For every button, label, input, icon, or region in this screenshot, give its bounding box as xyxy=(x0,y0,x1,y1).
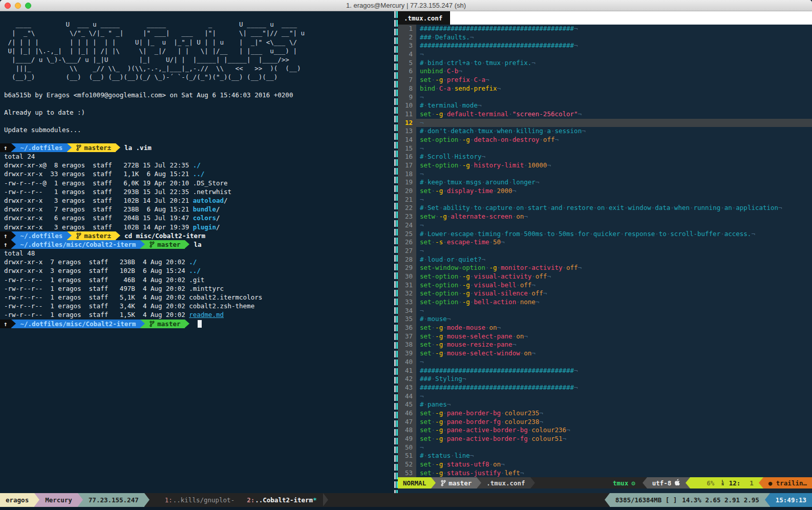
vim-line-content: set·-g·display-time·2000¬ xyxy=(416,187,812,196)
vim-line[interactable]: 35#·mouse¬ xyxy=(398,315,812,324)
close-window-button[interactable] xyxy=(5,3,11,9)
command-input[interactable]: la xyxy=(194,240,201,249)
tmux-window-active[interactable]: 2:..Cobalt2-iterm* xyxy=(241,493,323,507)
vim-line-content: #·don't·detach·tmux·when·killing·a·sessi… xyxy=(416,127,812,136)
vim-line[interactable]: 49set·-g·pane-active-border-fg·colour51¬ xyxy=(398,435,812,443)
vim-line[interactable]: 16#·Scroll·History¬ xyxy=(398,153,812,161)
terminal-line: drwxr-xr-x 7 eragos staff 238B 4 Aug 20:… xyxy=(0,258,394,266)
terminal-line: drwxr-xr-x 6 eragos staff 204B 15 Jul 19… xyxy=(0,214,394,222)
tmux-window-list: 1:..kills/gnuplot-2:..Cobalt2-iterm* xyxy=(159,493,328,507)
vim-line[interactable]: 37set·-g·mouse-select-pane·on¬ xyxy=(398,332,812,341)
vim-line-content: set·-g·pane-active-border-bg·colour236¬ xyxy=(416,426,812,435)
vim-line[interactable]: 11set·-g·default-terminal·"screen-256col… xyxy=(398,110,812,119)
terminal-line: drwxr-xr-x 3 eragos staff 102B 6 Aug 15:… xyxy=(0,266,394,275)
vim-line[interactable]: 52set·-g·status-utf8·on¬ xyxy=(398,460,812,469)
vim-line[interactable]: 48set·-g·pane-active-border-bg·colour236… xyxy=(398,426,812,435)
prompt-path-segment: ~/.dotfiles xyxy=(16,231,68,240)
vim-trailing-whitespace-warning: ● trailin… xyxy=(763,477,812,488)
vim-line[interactable]: 22#·Set·ability·to·capture·on·start·and·… xyxy=(398,204,812,213)
vim-line[interactable]: 24¬ xyxy=(398,221,812,230)
vim-line[interactable]: 23setw·-g·alternate-screen·on¬ xyxy=(398,213,812,221)
vim-line-content: #·Lower·escape·timing·from·500ms·to·50ms… xyxy=(416,230,812,239)
vim-line[interactable]: 15¬ xyxy=(398,144,812,153)
shell-prompt: ↑~/.dotfiles/misc/Cobalt2-itermmaster xyxy=(0,320,394,328)
vim-line[interactable]: 39set·-g·mouse-select-window·on¬ xyxy=(398,349,812,358)
vim-line[interactable]: 18¬ xyxy=(398,170,812,179)
vim-line[interactable]: 47set·-g·pane-border-fg·colour238¬ xyxy=(398,418,812,427)
vim-line[interactable]: 27¬ xyxy=(398,247,812,256)
vim-line[interactable]: 1#######################################… xyxy=(398,25,812,33)
vim-line[interactable]: 51#·status·line¬ xyxy=(398,452,812,460)
command-input[interactable]: la .vim xyxy=(124,143,152,152)
vim-line[interactable]: 41######################################… xyxy=(398,367,812,375)
terminal-line: b6a515b by Eragos <mfo1009@googlemail.co… xyxy=(0,91,394,99)
vim-line[interactable]: 53set·-g·status-justify·left¬ xyxy=(398,469,812,478)
vim-line[interactable]: 2###·Defaults.¬ xyxy=(398,33,812,42)
vim-line[interactable]: 6unbind·C-b¬ xyxy=(398,67,812,76)
vim-line[interactable]: 26set·-s·escape-time·50¬ xyxy=(398,238,812,247)
vim-line[interactable]: 29set-window-option·-g·monitor-activity·… xyxy=(398,264,812,272)
vim-line-content: set-option·-g·detach-on-destroy·off¬ xyxy=(416,136,812,144)
vim-line[interactable]: 20set·-g·display-time·2000¬ xyxy=(398,187,812,196)
vim-line[interactable]: 36set·-g·mode-mouse·on¬ xyxy=(398,324,812,332)
vim-line-number: 43 xyxy=(398,384,416,392)
vim-line-content: set·-g·mouse-select-window·on¬ xyxy=(416,349,812,358)
vim-line[interactable]: 7set·-g·prefix·C-a¬ xyxy=(398,76,812,84)
vim-line[interactable]: 40¬ xyxy=(398,358,812,367)
vim-line-number: 10 xyxy=(398,101,416,110)
vim-line-content: ###·Styling¬ xyxy=(416,375,812,384)
vim-line[interactable]: 8bind·C-a·send-prefix¬ xyxy=(398,84,812,93)
vim-tab-label: .tmux.conf xyxy=(404,14,442,22)
vim-line[interactable]: 31set-option·-g·visual-bell·off¬ xyxy=(398,281,812,290)
vim-line[interactable]: 10#·terminal·mode¬ xyxy=(398,101,812,110)
vim-line[interactable]: 38set·-g·mouse-resize-pane¬ xyxy=(398,341,812,349)
vim-line[interactable]: 3#######################################… xyxy=(398,41,812,50)
vim-line[interactable]: 44¬ xyxy=(398,392,812,401)
vim-line[interactable]: 5#·bind·ctrl+a·to·tmux·prefix.¬ xyxy=(398,59,812,68)
zoom-window-button[interactable] xyxy=(25,3,31,9)
vim-statusline: NORMAL master .tmux.conf tmux ⚙ utf-8 xyxy=(398,477,812,488)
vim-line[interactable]: 32set-option·-g·visual-silence·off¬ xyxy=(398,289,812,298)
vim-pane[interactable]: .tmux.conf 1############################… xyxy=(398,11,812,493)
tmux-pane-border[interactable] xyxy=(394,11,398,493)
prompt-path-segment: ~/.dotfiles/misc/Cobalt2-iterm xyxy=(16,320,141,328)
vim-line[interactable]: 19#·keep·tmux·msgs·around·longer¬ xyxy=(398,178,812,187)
minimize-window-button[interactable] xyxy=(15,3,21,9)
vim-line-number: 34 xyxy=(398,307,416,315)
git-branch-icon xyxy=(149,241,155,248)
vim-line-number: 46 xyxy=(398,409,416,418)
vim-line[interactable]: 4¬ xyxy=(398,50,812,59)
vim-line[interactable]: 43######################################… xyxy=(398,384,812,392)
vim-line[interactable]: 25#·Lower·escape·timing·from·500ms·to·50… xyxy=(398,230,812,239)
vim-line-content: #·loud·or·quiet?¬ xyxy=(416,256,812,264)
tmux-ip-address: 77.23.155.247 xyxy=(83,493,144,507)
command-input[interactable]: cd misc/Cobalt2-iterm xyxy=(124,231,205,240)
vim-line[interactable]: 21¬ xyxy=(398,196,812,204)
vim-line[interactable]: 42###·Styling¬ xyxy=(398,375,812,384)
vim-line-content: ¬ xyxy=(416,307,812,315)
tmux-session-name[interactable]: eragos xyxy=(0,493,34,507)
vim-line[interactable]: 46set·-g·pane-border-bg·colour235¬ xyxy=(398,409,812,418)
vim-line[interactable]: 34¬ xyxy=(398,307,812,315)
vim-line-content: #·terminal·mode¬ xyxy=(416,101,812,110)
vim-line[interactable]: 28#·loud·or·quiet?¬ xyxy=(398,256,812,264)
vim-line-number: 49 xyxy=(398,435,416,443)
vim-line[interactable]: 14set-option·-g·detach-on-destroy·off¬ xyxy=(398,136,812,144)
vim-buffer[interactable]: 1#######################################… xyxy=(398,25,812,477)
git-branch-icon xyxy=(76,144,81,151)
vim-line[interactable]: 12¬ xyxy=(398,119,812,128)
terminal-line xyxy=(0,117,394,125)
vim-line[interactable]: 50¬ xyxy=(398,443,812,452)
vim-line-number: 40 xyxy=(398,358,416,367)
vim-line[interactable]: 33set-option·-g·bell-action·none¬ xyxy=(398,298,812,307)
vim-line[interactable]: 9¬ xyxy=(398,93,812,102)
vim-line[interactable]: 30set-option·-g·visual-activity·off¬ xyxy=(398,272,812,281)
vim-tab-tmux-conf[interactable]: .tmux.conf xyxy=(398,11,450,25)
vim-line[interactable]: 13#·don't·detach·tmux·when·killing·a·ses… xyxy=(398,127,812,136)
vim-line-content: set·-g·mode-mouse·on¬ xyxy=(416,324,812,332)
shell-pane[interactable]: ____ U ___ u _____ _____ _ U _____ u ___… xyxy=(0,11,394,493)
vim-line[interactable]: 17set-option·-g·history-limit·10000¬ xyxy=(398,161,812,170)
window-titlebar[interactable]: 1. eragos@Mercury | 77.23.155.247 (sh) xyxy=(0,0,812,11)
tmux-window-inactive[interactable]: 1:..kills/gnuplot- xyxy=(159,493,241,507)
vim-line[interactable]: 45#·panes¬ xyxy=(398,400,812,409)
